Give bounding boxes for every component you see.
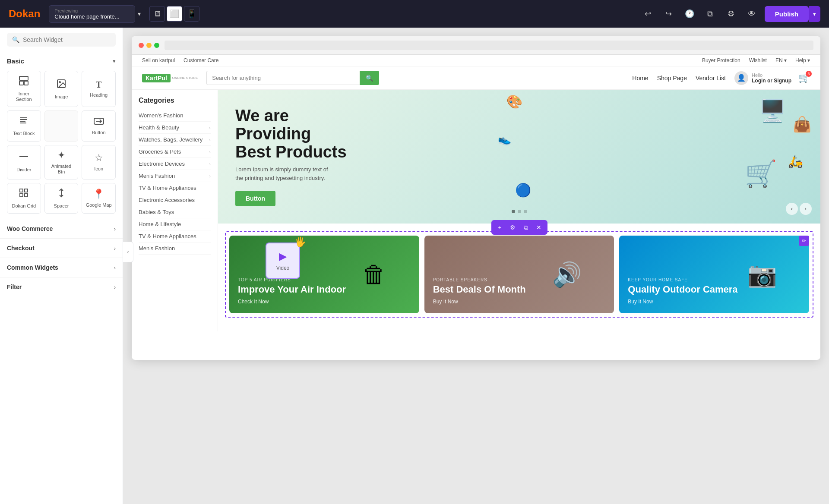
- widget-heading[interactable]: T Heading: [82, 71, 116, 107]
- logo-highlight: D: [9, 8, 16, 19]
- widget-icon[interactable]: ☆ Icon: [82, 145, 116, 180]
- user-avatar[interactable]: 👤: [734, 71, 748, 85]
- category-arrow-icon: ›: [209, 137, 211, 142]
- redo-btn[interactable]: ↪: [661, 6, 677, 22]
- checkout-section[interactable]: Checkout ›: [0, 238, 123, 258]
- help-link[interactable]: Help ▾: [795, 57, 810, 63]
- category-arrow-icon: ›: [209, 149, 211, 154]
- language-selector[interactable]: EN ▾: [775, 57, 787, 63]
- category-label: Women's Fashion: [139, 112, 183, 119]
- category-label: Electronic Accessories: [139, 197, 195, 203]
- toolbar-settings-btn[interactable]: ⚙: [507, 221, 519, 233]
- browser-address-bar: [165, 41, 813, 50]
- settings-btn[interactable]: ⚙: [723, 6, 739, 22]
- user-info: Hello Login or Signup: [752, 72, 791, 84]
- basic-section-title: Basic: [7, 57, 24, 65]
- category-label: Home & Lifestyle: [139, 221, 181, 227]
- main-content: 🔍 Basic ▾ Inner Section: [0, 28, 829, 504]
- category-health-beauty[interactable]: Health & Beauty ›: [139, 122, 211, 134]
- store-search-btn[interactable]: 🔍: [360, 71, 379, 85]
- product-bag-icon: 👜: [793, 116, 812, 133]
- common-widgets-section[interactable]: Common Widgets ›: [0, 258, 123, 277]
- publish-dropdown-btn[interactable]: ▾: [809, 6, 820, 22]
- widget-image[interactable]: Image: [44, 71, 79, 107]
- widget-text-block[interactable]: Text Block: [7, 110, 41, 141]
- preview-selector[interactable]: Previewing Cloud home page fronte...: [49, 5, 135, 23]
- category-tv-home[interactable]: TV & Home Appliances: [139, 182, 211, 194]
- promo-edit-icon[interactable]: ✏: [799, 236, 809, 246]
- sell-link[interactable]: Sell on kartpul: [142, 57, 175, 63]
- buyer-protection-link[interactable]: Buyer Protection: [702, 57, 740, 63]
- categories-title: Categories: [139, 97, 211, 104]
- tablet-device-btn[interactable]: ⬜: [167, 6, 182, 22]
- mobile-device-btn[interactable]: 📱: [184, 6, 199, 22]
- category-arrow-icon: ›: [209, 125, 211, 130]
- google-map-icon: 📍: [93, 189, 104, 200]
- woo-commerce-title: Woo Commerce: [7, 225, 53, 232]
- basic-section-header[interactable]: Basic ▾: [7, 57, 116, 65]
- category-groceries[interactable]: Groceries & Pets ›: [139, 146, 211, 158]
- nav-home[interactable]: Home: [632, 75, 648, 82]
- category-mens-fashion-2[interactable]: Men's Fashion: [139, 243, 211, 255]
- category-home-lifestyle[interactable]: Home & Lifestyle: [139, 218, 211, 230]
- toolbar-add-btn[interactable]: +: [494, 221, 506, 233]
- store-logo: KartPul ONLINE STORE: [142, 74, 198, 82]
- widget-spacer[interactable]: Spacer: [44, 183, 79, 214]
- hero-prev-btn[interactable]: ‹: [786, 203, 798, 215]
- hero-next-btn[interactable]: ›: [800, 203, 812, 215]
- category-label: Groceries & Pets: [139, 148, 181, 155]
- nav-vendor-list[interactable]: Vendor List: [696, 75, 726, 82]
- promo-card-camera[interactable]: 📷 KEEP YOUR HOME SAFE Quality Outdoor Ca…: [619, 236, 809, 313]
- widget-inner-section[interactable]: Inner Section: [7, 71, 41, 107]
- user-action[interactable]: Login or Signup: [752, 78, 791, 84]
- search-input[interactable]: [23, 36, 111, 43]
- publish-button[interactable]: Publish: [765, 6, 809, 22]
- hero-dot-1[interactable]: [512, 210, 515, 213]
- browser-mockup: Sell on kartpul Customer Care Buyer Prot…: [132, 36, 820, 360]
- woo-commerce-section[interactable]: Woo Commerce ›: [0, 219, 123, 238]
- filter-section[interactable]: Filter ›: [0, 277, 123, 296]
- widget-google-map[interactable]: 📍 Google Map: [82, 183, 116, 214]
- canvas-area: 🖐 ▶ Video Sell on kartp: [123, 28, 829, 504]
- store-navbar: KartPul ONLINE STORE 🔍 Home Shop Page Ve…: [132, 66, 820, 90]
- widget-dokan-grid[interactable]: Dokan Grid: [7, 183, 41, 214]
- categories-sidebar: Categories Women's Fashion Health & Beau…: [132, 90, 218, 331]
- category-label: Men's Fashion: [139, 173, 175, 179]
- toolbar-close-btn[interactable]: ✕: [533, 221, 545, 233]
- category-womens-fashion[interactable]: Women's Fashion: [139, 110, 211, 122]
- category-babies-toys[interactable]: Babies & Toys: [139, 206, 211, 218]
- hero-button[interactable]: Button: [235, 191, 275, 206]
- preview-selector-wrap[interactable]: Previewing Cloud home page fronte... ▾: [49, 5, 141, 23]
- category-arrow-icon: ›: [209, 161, 211, 167]
- preview-btn[interactable]: 👁: [744, 6, 759, 22]
- hero-dot-3[interactable]: [524, 210, 527, 213]
- category-electronic-devices[interactable]: Electronic Devices ›: [139, 158, 211, 170]
- hero-dot-2[interactable]: [518, 210, 521, 213]
- category-watches[interactable]: Watches, Bags, Jewellery ›: [139, 134, 211, 146]
- category-label: Babies & Toys: [139, 209, 174, 215]
- widget-button[interactable]: Button: [82, 110, 116, 141]
- toolbar-duplicate-btn[interactable]: ⧉: [520, 221, 532, 233]
- widget-divider[interactable]: Divider: [7, 145, 41, 180]
- camera-image: 📷: [719, 240, 805, 309]
- search-widget[interactable]: 🔍: [7, 33, 116, 47]
- product-shoe-icon: 👟: [498, 133, 511, 145]
- category-electronic-accessories[interactable]: Electronic Accessories: [139, 194, 211, 206]
- history-btn[interactable]: 🕐: [682, 6, 697, 22]
- promo-card-air[interactable]: 🗑 TOP 5 AIR PURIFIERS Improve Your Air I…: [229, 236, 419, 313]
- layers-btn[interactable]: ⧉: [702, 6, 718, 22]
- sidebar-collapse-btn[interactable]: ‹: [123, 242, 133, 262]
- promo-card-speaker[interactable]: 🔊 PORTABLE SPEAKERS Best Deals Of Month …: [424, 236, 614, 313]
- desktop-device-btn[interactable]: 🖥: [149, 6, 165, 22]
- undo-btn[interactable]: ↩: [640, 6, 656, 22]
- customer-care-link[interactable]: Customer Care: [184, 57, 218, 63]
- nav-shop-page[interactable]: Shop Page: [657, 75, 687, 82]
- category-label: TV & Home Appliances: [139, 233, 196, 239]
- category-label: Health & Beauty: [139, 124, 179, 131]
- search-icon: 🔍: [12, 36, 19, 43]
- category-tv-home-2[interactable]: TV & Home Appliances: [139, 230, 211, 243]
- wishlist-link[interactable]: Wishlist: [749, 57, 767, 63]
- store-search-input[interactable]: [206, 71, 360, 85]
- category-mens-fashion[interactable]: Men's Fashion ›: [139, 170, 211, 182]
- widget-animated-btn[interactable]: ✦ Animated Btn: [44, 145, 79, 180]
